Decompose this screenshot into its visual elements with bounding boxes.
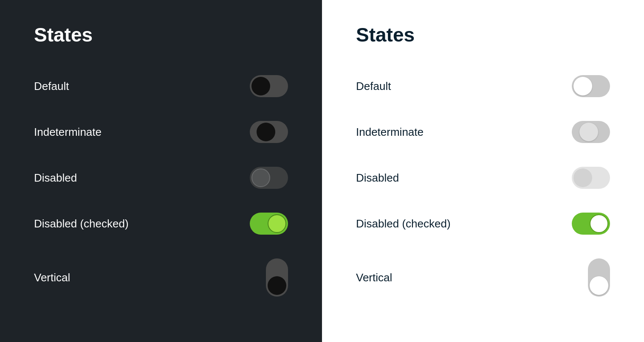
light-disabled-checked-row: Disabled (checked) (356, 201, 610, 247)
dark-indeterminate-toggle-wrap (250, 121, 288, 143)
light-disabled-toggle (572, 167, 610, 189)
dark-indeterminate-label: Indeterminate (34, 126, 102, 139)
dark-default-toggle[interactable] (250, 75, 288, 97)
light-default-knob (573, 77, 592, 95)
dark-disabled-checked-row: Disabled (checked) (34, 201, 288, 247)
light-disabled-checked-toggle (572, 213, 610, 235)
light-disabled-checked-toggle-wrap (572, 213, 610, 235)
dark-disabled-toggle-wrap (250, 167, 288, 189)
dark-panel: States Default Indeterminate Disabled Di… (0, 0, 322, 342)
dark-vertical-label: Vertical (34, 271, 70, 284)
dark-disabled-checked-toggle (250, 213, 288, 235)
light-indeterminate-toggle[interactable] (572, 121, 610, 143)
light-default-toggle-wrap (572, 75, 610, 97)
light-default-label: Default (356, 80, 391, 93)
dark-panel-title: States (34, 23, 288, 46)
dark-vertical-knob (268, 276, 286, 295)
light-indeterminate-row: Indeterminate (356, 109, 610, 155)
light-indeterminate-knob (579, 123, 598, 141)
dark-default-knob (251, 77, 270, 95)
dark-disabled-checked-knob (268, 214, 286, 233)
dark-vertical-toggle[interactable] (266, 258, 288, 297)
light-indeterminate-toggle-wrap (572, 121, 610, 143)
dark-default-label: Default (34, 80, 69, 93)
light-disabled-label: Disabled (356, 171, 399, 185)
dark-indeterminate-knob (257, 123, 275, 141)
light-disabled-checked-knob (590, 214, 608, 233)
dark-disabled-knob (251, 168, 270, 187)
light-panel: States Default Indeterminate Disabled Di… (322, 0, 644, 342)
light-disabled-row: Disabled (356, 155, 610, 201)
light-vertical-row: Vertical (356, 247, 610, 308)
light-vertical-knob (590, 276, 608, 295)
light-vertical-toggle-wrap (588, 258, 610, 297)
dark-disabled-checked-toggle-wrap (250, 213, 288, 235)
light-disabled-toggle-wrap (572, 167, 610, 189)
light-vertical-toggle[interactable] (588, 258, 610, 297)
light-default-toggle[interactable] (572, 75, 610, 97)
dark-vertical-row: Vertical (34, 247, 288, 308)
dark-default-toggle-wrap (250, 75, 288, 97)
dark-indeterminate-row: Indeterminate (34, 109, 288, 155)
light-panel-title: States (356, 23, 610, 46)
dark-disabled-row: Disabled (34, 155, 288, 201)
dark-indeterminate-toggle[interactable] (250, 121, 288, 143)
dark-default-row: Default (34, 63, 288, 109)
light-indeterminate-label: Indeterminate (356, 126, 424, 139)
dark-disabled-toggle (250, 167, 288, 189)
dark-vertical-toggle-wrap (266, 258, 288, 297)
light-vertical-label: Vertical (356, 271, 392, 284)
light-default-row: Default (356, 63, 610, 109)
dark-disabled-label: Disabled (34, 171, 77, 185)
dark-disabled-checked-label: Disabled (checked) (34, 217, 129, 230)
light-disabled-checked-label: Disabled (checked) (356, 217, 451, 230)
light-disabled-knob (573, 168, 592, 187)
